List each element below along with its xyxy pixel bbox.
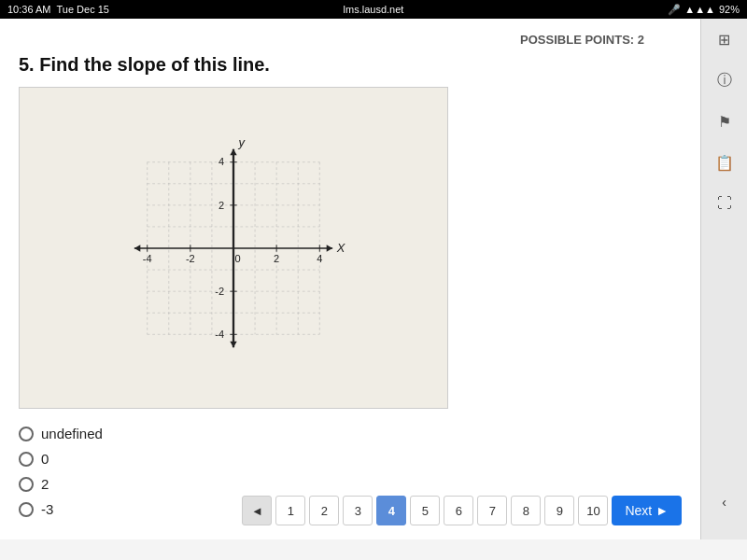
answer-choice-0[interactable]: 0 (19, 451, 682, 467)
mic-icon: 🎤 (668, 4, 681, 16)
svg-text:-4: -4 (143, 252, 152, 263)
question-body: Find the slope of this line. (39, 54, 270, 75)
answer-label-undefined: undefined (41, 426, 103, 441)
svg-text:0: 0 (235, 252, 241, 263)
battery-display: 92% (719, 4, 740, 15)
question-text: 5. Find the slope of this line. (19, 54, 682, 76)
url-display: lms.lausd.net (344, 4, 404, 15)
right-sidebar: ⊞ ⓘ ⚑ 📋 ⛶ ‹ (700, 19, 747, 539)
next-button[interactable]: Next ► (612, 496, 682, 525)
prev-page-button[interactable]: ◄ (242, 496, 272, 525)
main-content: POSSIBLE POINTS: 2 5. Find the slope of … (0, 19, 747, 539)
pagination-bar: ◄ 1 2 3 4 5 6 7 8 9 10 Next ► (0, 496, 700, 525)
page-btn-8[interactable]: 8 (511, 496, 541, 525)
flag-icon[interactable]: ⚑ (712, 108, 738, 134)
wifi-icon: ▲▲▲ (684, 4, 715, 15)
answer-label-2: 2 (41, 476, 49, 492)
svg-text:4: 4 (218, 156, 224, 167)
answer-choice-2[interactable]: 2 (19, 476, 682, 492)
answer-choice-undefined[interactable]: undefined (19, 426, 682, 441)
quiz-area: POSSIBLE POINTS: 2 5. Find the slope of … (0, 19, 700, 539)
svg-text:2: 2 (218, 199, 224, 210)
grid-icon[interactable]: ⊞ (712, 26, 738, 52)
collapse-icon[interactable]: ‹ (715, 493, 734, 511)
info-icon[interactable]: ⓘ (712, 67, 738, 93)
page-btn-6[interactable]: 6 (444, 496, 473, 525)
svg-text:-2: -2 (215, 285, 224, 296)
svg-text:y: y (238, 136, 247, 149)
svg-text:-2: -2 (186, 252, 195, 263)
svg-text:4: 4 (317, 252, 322, 263)
svg-text:-4: -4 (215, 329, 224, 340)
page-btn-4[interactable]: 4 (376, 496, 406, 525)
date-display: Tue Dec 15 (56, 4, 108, 15)
page-btn-5[interactable]: 5 (410, 496, 440, 525)
page-btn-9[interactable]: 9 (544, 496, 574, 525)
expand-icon[interactable]: ⛶ (712, 190, 738, 217)
graph-image: -4 -2 2 4 0 4 2 -2 -4 X y (19, 87, 448, 409)
radio-undefined[interactable] (19, 427, 34, 441)
svg-marker-18 (134, 245, 140, 251)
svg-text:X: X (336, 240, 345, 254)
radio-2[interactable] (19, 477, 34, 492)
doc-icon[interactable]: 📋 (712, 149, 738, 175)
page-btn-2[interactable]: 2 (309, 496, 339, 525)
page-btn-1[interactable]: 1 (275, 496, 305, 525)
page-btn-7[interactable]: 7 (477, 496, 507, 525)
question-number: 5. (19, 54, 35, 75)
svg-marker-17 (327, 245, 332, 251)
time-display: 10:36 AM (7, 4, 50, 15)
points-indicator: POSSIBLE POINTS: 2 (19, 33, 682, 47)
status-bar: 10:36 AM Tue Dec 15 lms.lausd.net 🎤 ▲▲▲ … (0, 0, 747, 19)
page-btn-3[interactable]: 3 (343, 496, 373, 525)
coordinate-graph: -4 -2 2 4 0 4 2 -2 -4 X y (121, 136, 345, 360)
svg-text:2: 2 (274, 252, 279, 263)
answer-label-0: 0 (41, 451, 49, 467)
page-btn-10[interactable]: 10 (578, 496, 608, 525)
radio-0[interactable] (19, 452, 34, 467)
